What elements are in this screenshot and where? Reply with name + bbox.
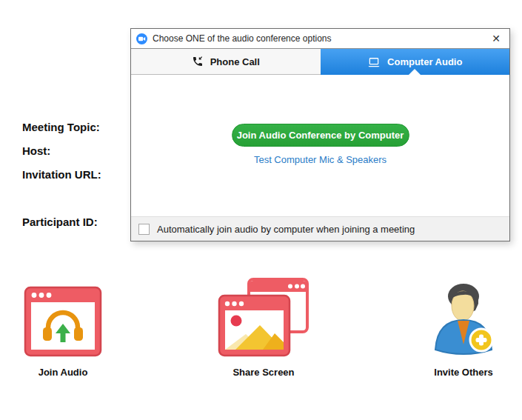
join-audio-action[interactable]: Join Audio [7,276,118,378]
computer-audio-panel: Join Audio Conference by Computer Test C… [131,75,509,217]
zoom-meeting-window: Meeting Topic: Host: Invitation URL: Par… [0,0,522,420]
host-label: Host: [22,144,50,157]
tab-computer-audio-label: Computer Audio [387,56,462,67]
audio-conference-dialog: Choose ONE of the audio conference optio… [130,28,510,241]
auto-join-label: Automatically join audio by computer whe… [157,224,415,235]
tab-phone-call-label: Phone Call [210,56,260,67]
invite-others-action-label: Invite Others [434,367,492,378]
join-audio-icon [24,286,102,357]
dialog-title: Choose ONE of the audio conference optio… [153,33,488,44]
dialog-titlebar: Choose ONE of the audio conference optio… [131,29,509,48]
phone-call-icon [192,56,204,67]
join-audio-conference-button[interactable]: Join Audio Conference by Computer [232,124,409,147]
join-audio-action-label: Join Audio [39,367,88,378]
participant-id-label: Participant ID: [22,216,98,228]
tab-computer-audio[interactable]: Computer Audio [321,49,510,75]
laptop-icon [367,56,381,68]
zoom-camera-icon [136,33,147,44]
auto-join-checkbox[interactable] [138,224,150,235]
invite-others-action[interactable]: Invite Others [408,276,519,378]
test-mic-speakers-link[interactable]: Test Computer Mic & Speakers [131,154,509,165]
meeting-topic-label: Meeting Topic: [22,121,100,133]
selected-tab-notch [409,69,421,75]
audio-tabbar: Phone Call Computer Audio [131,48,509,75]
invitation-url-label: Invitation URL: [22,168,101,181]
tab-phone-call[interactable]: Phone Call [131,49,321,75]
share-screen-action[interactable]: Share Screen [208,276,319,378]
share-screen-action-label: Share Screen [232,367,294,378]
share-screen-icon [218,278,310,357]
auto-join-bar: Automatically join audio by computer whe… [131,216,509,241]
close-icon[interactable]: ✕ [488,33,504,44]
invite-others-icon [429,278,498,357]
